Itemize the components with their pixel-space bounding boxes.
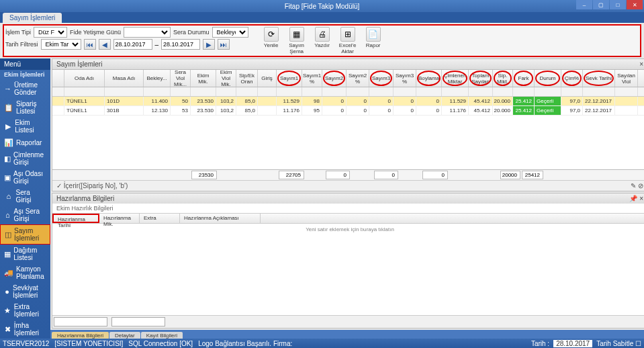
col-c8[interactable]: Giriş — [258, 70, 277, 87]
col-c1[interactable]: Oda Adı — [64, 70, 105, 87]
cell: Geçerli — [535, 97, 561, 105]
col-c0[interactable] — [52, 70, 64, 87]
cell — [258, 97, 277, 105]
col-c16[interactable]: Çimlenen Miktar — [442, 70, 469, 87]
cell: 0 — [416, 106, 442, 115]
sidebar-item-sevkiyat-islemleri[interactable]: ●Sevkiyat İşlemleri — [0, 282, 50, 301]
pin-icon[interactable]: 📌 — [629, 195, 637, 202]
cell: TÜNEL1 — [64, 106, 105, 115]
nav-last-icon[interactable]: ⏭ — [218, 39, 230, 50]
refresh-icon[interactable]: ⟳Yenile — [259, 27, 283, 54]
status-company: Logo Bağlantısı Başarılı. Firma: — [198, 340, 292, 347]
sidebar: Menü Ekim İşlemleri →Üretime Gönder📋Sipa… — [0, 58, 50, 348]
col-c19[interactable]: Fark — [513, 70, 535, 87]
sidebar-item-siparis-listesi[interactable]: 📋Sipariş Listesi — [0, 98, 50, 117]
sum-c19: 25412 — [522, 171, 543, 179]
date-to-input[interactable] — [161, 39, 200, 50]
maximize-button[interactable]: □ — [610, 0, 626, 9]
schema-icon[interactable]: ▦Sayım Şema — [285, 27, 309, 54]
cell: 0 — [322, 106, 347, 115]
col-c6[interactable]: Ekim Viol Mik. — [216, 70, 236, 87]
sidebar-item-asi-sera-girisi[interactable]: ⌂Aşı Sera Girişi — [0, 206, 50, 224]
cell — [615, 97, 638, 105]
lower-tab[interactable]: Kayıt Bilgileri — [141, 332, 183, 339]
sidebar-item-sayim-islemleri[interactable]: ◫Sayım İşlemleri — [0, 224, 50, 245]
print-icon[interactable]: 🖨Yazdır — [310, 27, 334, 54]
col-c2[interactable]: Masa Adı — [105, 70, 144, 87]
close-button[interactable]: ✕ — [627, 0, 643, 9]
lower-col[interactable]: Hazırlanma Tarihi — [52, 214, 99, 223]
nav-prev-icon[interactable]: ◀ — [99, 39, 111, 50]
sidebar-item-asi-odasi-girisi[interactable]: ▣Aşı Odası Girişi — [0, 168, 50, 187]
status-sabit[interactable]: Tarih Sabitle ☐ — [596, 340, 641, 347]
edit-icon[interactable]: ✎ — [631, 182, 636, 189]
col-c22[interactable]: Sevk Tarihi — [583, 70, 615, 87]
cell: 25.412 — [513, 106, 535, 115]
col-c20[interactable]: Durum — [535, 70, 561, 87]
clear-icon[interactable]: ⊘ — [638, 182, 643, 189]
col-c3[interactable]: Bekley... — [144, 70, 171, 87]
lower-col[interactable]: Extra — [140, 214, 180, 223]
report-icon[interactable]: 📄Rapor — [361, 27, 385, 54]
cell: 11.400 — [144, 97, 171, 105]
islem-tipi-select[interactable]: Düz Fide — [34, 27, 67, 38]
cell: 0 — [347, 106, 369, 115]
nav-next-icon[interactable]: ▶ — [203, 39, 215, 50]
lower-tab[interactable]: Detaylar — [109, 332, 140, 339]
sidebar-item-cimlenme-girisi[interactable]: ◧Çimlenme Girişi — [0, 149, 50, 168]
lower-col[interactable]: Hazırlanma Mik. — [99, 214, 140, 223]
asi-odasi-girisi-icon: ▣ — [4, 173, 11, 182]
col-c18[interactable]: Sip. Mikt. — [493, 70, 513, 87]
nav-first-icon[interactable]: ⏮ — [84, 39, 96, 50]
col-c12[interactable]: Sayım2 % — [347, 70, 369, 87]
sidebar-item-sera-girisi[interactable]: ⌂Sera Girişi — [0, 187, 50, 206]
sidebar-item-kamyon-planlama[interactable]: 🚚Kamyon Planlama — [0, 263, 50, 282]
col-c4[interactable]: Sera Viol Mik... — [171, 70, 191, 87]
col-c10[interactable]: Sayım1 % — [302, 70, 322, 87]
sidebar-item-dagitim-listesi[interactable]: ▦Dağıtım Listesi — [0, 245, 50, 263]
fide-yetisme-select[interactable] — [124, 27, 171, 38]
col-c21[interactable]: Çim% — [561, 70, 583, 87]
cell: 0 — [416, 97, 442, 105]
cell: 53 — [171, 106, 191, 115]
tarih-filtresi-select[interactable]: Ekim Tarihi — [41, 39, 81, 50]
excel-icon[interactable]: ⊞Excel'e Aktar — [336, 27, 360, 54]
sidebar-item-imha-islemleri[interactable]: ✖İmha İşlemleri — [0, 320, 50, 339]
grid-close-icon[interactable]: × — [639, 60, 643, 68]
col-c9[interactable]: Sayım1 — [277, 70, 302, 87]
lower-tab[interactable]: Hazırlanma Bilgileri — [52, 332, 109, 339]
lower-col[interactable]: Hazırlanma Açıklaması — [180, 214, 261, 223]
col-c11[interactable]: Sayım2 — [322, 70, 347, 87]
sidebar-item-extra-islemleri[interactable]: ★Extra İşlemleri — [0, 301, 50, 320]
lower-close-icon[interactable]: × — [639, 195, 643, 202]
ribbon-tab-sayim[interactable]: Sayım İşlemleri — [3, 13, 62, 23]
col-c23[interactable]: Sayılan Viol — [615, 70, 638, 87]
minimize-button[interactable]: – — [576, 0, 592, 9]
ekim-listesi-icon: ▶ — [4, 122, 12, 131]
sidebar-item-raporlar[interactable]: 📊Raporlar — [0, 136, 50, 149]
sidebar-item-uretime-gonder[interactable]: →Üretime Gönder — [0, 79, 50, 98]
lower-title: Hazırlanma Bilgileri — [56, 195, 114, 202]
tarih-filtresi-label: Tarih Filtresi — [5, 41, 38, 48]
sidebar-item-ekim-listesi[interactable]: ▶Ekim Listesi — [0, 117, 50, 136]
col-c13[interactable]: Sayım3 — [369, 70, 394, 87]
status-conn: SQL Connection [OK] — [128, 340, 193, 347]
col-c5[interactable]: Ekim Mik. — [191, 70, 216, 87]
table-row[interactable]: TÜNEL1101D11.4005023.530103,285,011.5299… — [52, 97, 644, 106]
table-row[interactable]: TÜNEL1301B12.1305323.530103,285,011.1769… — [52, 106, 644, 116]
cell: TÜNEL1 — [64, 97, 105, 105]
lower-placeholder[interactable]: Yeni satır eklemek için buraya tıklatın — [52, 224, 644, 315]
lower-footer-input-2[interactable] — [111, 317, 165, 327]
restore-button[interactable]: ▢ — [593, 0, 609, 9]
col-c17[interactable]: Toplam Sayılan — [469, 70, 493, 87]
col-c7[interactable]: Sip/Ek Oran — [236, 70, 258, 87]
cell — [52, 106, 64, 115]
cell: 0 — [369, 106, 394, 115]
lower-footer-input-1[interactable] — [54, 317, 107, 327]
islem-tipi-label: İşlem Tipi — [5, 29, 31, 36]
date-from-input[interactable] — [113, 39, 152, 50]
col-c14[interactable]: Sayım3 % — [394, 70, 416, 87]
sera-durumu-select[interactable]: Bekleyen — [212, 27, 248, 38]
col-c15[interactable]: Boylama — [416, 70, 442, 87]
cell: 45.412 — [469, 106, 493, 115]
